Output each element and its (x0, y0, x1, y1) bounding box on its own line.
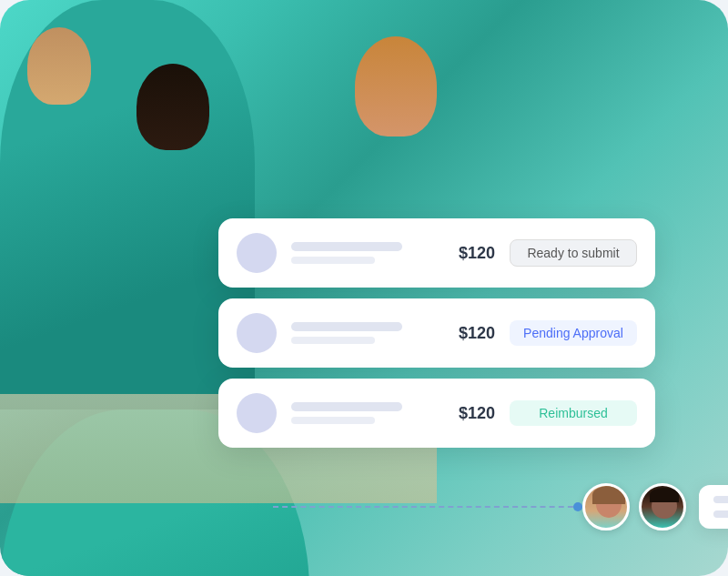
card-line-top-1 (291, 242, 402, 251)
expense-card-1[interactable]: $120 Ready to submit (218, 218, 655, 288)
status-badge-2[interactable]: Pending Approval (510, 320, 637, 346)
card-line-top-3 (291, 402, 402, 411)
connector-dot (573, 502, 582, 511)
status-badge-3[interactable]: Reimbursed (510, 400, 637, 426)
card-avatar-1 (237, 233, 277, 273)
expense-cards-container: $120 Ready to submit $120 Pending Approv… (218, 218, 655, 448)
bottom-info-card (699, 485, 728, 529)
card-amount-3: $120 (445, 404, 495, 423)
card-amount-2: $120 (445, 324, 495, 343)
expense-card-3[interactable]: $120 Reimbursed (218, 379, 655, 448)
card-line-top-2 (291, 322, 402, 331)
scene: $120 Ready to submit $120 Pending Approv… (0, 0, 728, 576)
avatar-female (582, 483, 630, 531)
avatar-wrapper (582, 483, 728, 531)
connector-dashed-line (273, 506, 582, 508)
card-line-bottom-3 (291, 417, 375, 424)
expense-card-2[interactable]: $120 Pending Approval (218, 298, 655, 368)
card-line-bottom-2 (291, 337, 375, 344)
card-lines-3 (291, 402, 430, 424)
card-avatar-2 (237, 313, 277, 353)
bottom-card-line-2 (713, 510, 728, 518)
card-line-bottom-1 (291, 257, 375, 264)
bottom-connector (237, 483, 710, 531)
card-lines-1 (291, 242, 430, 264)
status-badge-1[interactable]: Ready to submit (510, 239, 637, 267)
card-avatar-3 (237, 393, 277, 433)
avatar-male (639, 483, 686, 531)
card-lines-2 (291, 322, 430, 344)
card-amount-1: $120 (445, 244, 495, 263)
bottom-card-line-1 (713, 496, 728, 503)
